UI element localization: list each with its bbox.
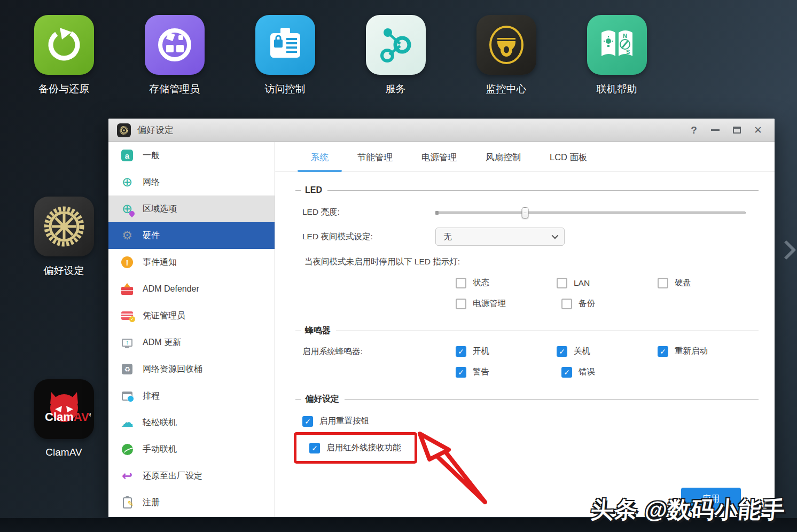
hardware-tabs: 系统 节能管理 电源管理 风扇控制 LCD 面板 bbox=[275, 142, 775, 171]
buzzer-section: 蜂鸣器 启用系统蜂鸣器: 开机 关机 重新启动 bbox=[295, 325, 759, 378]
manual-connect-icon bbox=[120, 442, 134, 456]
checkbox-icon bbox=[561, 367, 572, 378]
app-online-help[interactable]: N S 联机帮助 bbox=[561, 15, 672, 96]
preferences-icon bbox=[34, 197, 94, 256]
buzzer-enable-label: 启用系统蜂鸣器: bbox=[302, 346, 435, 357]
checkbox-enable-reset-button[interactable]: 启用重置按钮 bbox=[302, 416, 759, 427]
backup-restore-icon bbox=[34, 15, 94, 75]
app-storage-manager[interactable]: 存储管理员 bbox=[119, 15, 230, 96]
network-recycle-bin-icon: ♻ bbox=[120, 362, 134, 376]
app-label: 偏好设定 bbox=[44, 264, 84, 278]
checkbox-led-status[interactable]: 状态 bbox=[456, 277, 557, 288]
tab-fan-control[interactable]: 风扇控制 bbox=[471, 152, 535, 171]
hardware-icon: ⚙ bbox=[120, 229, 134, 242]
minimize-button[interactable] bbox=[707, 122, 723, 138]
preferences-window: 偏好设定 ? ✕ a 一般 ⊕ 网络 ⊕ 区域选项 ⚙ 硬件 bbox=[108, 119, 775, 517]
clamav-icon: ClamAV® bbox=[34, 379, 94, 439]
checkbox-enable-ir-receiver[interactable]: 启用红外线接收功能 bbox=[309, 442, 409, 453]
checkbox-icon bbox=[557, 278, 567, 288]
sidebar-item-network[interactable]: ⊕ 网络 bbox=[108, 169, 275, 195]
led-night-mode-label: LED 夜间模式设定: bbox=[302, 231, 435, 242]
led-night-mode-select[interactable]: 无 bbox=[435, 228, 565, 246]
sidebar-item-factory-default[interactable]: ↩ 还原至出厂设定 bbox=[108, 463, 275, 489]
checkbox-led-backup[interactable]: 备份 bbox=[561, 298, 667, 309]
preferences-section: 偏好设定 启用重置按钮 启用红外线接收功能 bbox=[295, 394, 759, 464]
schedule-icon bbox=[120, 389, 134, 403]
adm-defender-icon bbox=[120, 282, 134, 296]
adm-update-icon: ↑ bbox=[120, 335, 134, 349]
led-section: LED LED 亮度: LED 夜间模式设定: 无 bbox=[295, 185, 759, 309]
app-label: ClamAV bbox=[45, 447, 82, 458]
led-brightness-slider[interactable] bbox=[435, 207, 746, 218]
access-control-icon bbox=[255, 15, 315, 75]
checkbox-led-power[interactable]: 电源管理 bbox=[456, 298, 561, 309]
tab-lcd-panel[interactable]: LCD 面板 bbox=[535, 152, 602, 171]
checkbox-icon bbox=[302, 416, 313, 427]
sidebar-item-ez-connect[interactable]: ☁↑ 轻松联机 bbox=[108, 409, 275, 436]
window-title: 偏好设定 bbox=[137, 124, 681, 136]
help-button[interactable]: ? bbox=[686, 122, 702, 138]
app-label: 备份与还原 bbox=[38, 82, 89, 96]
event-notification-icon: ! bbox=[120, 255, 134, 269]
window-titlebar[interactable]: 偏好设定 ? ✕ bbox=[108, 119, 775, 142]
checkbox-led-lan[interactable]: LAN bbox=[557, 277, 658, 288]
sidebar-item-event-notification[interactable]: ! 事件通知 bbox=[108, 249, 275, 276]
checkbox-icon bbox=[309, 443, 320, 453]
checkbox-buzzer-poweron[interactable]: 开机 bbox=[456, 346, 557, 357]
checkbox-icon bbox=[658, 278, 668, 288]
app-label: 访问控制 bbox=[265, 82, 306, 96]
factory-default-icon: ↩ bbox=[120, 469, 134, 483]
app-surveillance-center[interactable]: 监控中心 bbox=[451, 15, 561, 96]
next-page-arrow[interactable] bbox=[776, 236, 795, 265]
window-gear-icon bbox=[117, 123, 131, 137]
sidebar-item-adm-update[interactable]: ↑ ADM 更新 bbox=[108, 329, 275, 356]
app-label: 存储管理员 bbox=[149, 82, 200, 96]
registration-icon bbox=[120, 496, 134, 510]
svg-text:ClamAV®: ClamAV® bbox=[45, 410, 91, 424]
app-backup-restore[interactable]: 备份与还原 bbox=[9, 15, 119, 96]
tab-system[interactable]: 系统 bbox=[296, 152, 343, 171]
app-preferences[interactable]: 偏好设定 bbox=[9, 197, 119, 278]
checkbox-buzzer-shutdown[interactable]: 关机 bbox=[557, 346, 658, 357]
sidebar-item-regional-options[interactable]: ⊕ 区域选项 bbox=[108, 195, 275, 222]
checkbox-icon bbox=[456, 346, 466, 357]
ez-connect-icon: ☁↑ bbox=[120, 416, 134, 429]
checkbox-icon bbox=[561, 299, 572, 309]
slider-handle[interactable] bbox=[522, 207, 529, 218]
sidebar-item-registration[interactable]: 注册 bbox=[108, 489, 275, 516]
storage-manager-icon bbox=[145, 15, 205, 75]
checkbox-buzzer-restart[interactable]: 重新启动 bbox=[658, 346, 759, 357]
surveillance-center-icon bbox=[476, 15, 536, 75]
sidebar-item-general[interactable]: a 一般 bbox=[108, 142, 275, 169]
app-label: 监控中心 bbox=[486, 82, 527, 96]
hardware-panel: 系统 节能管理 电源管理 风扇控制 LCD 面板 LED LED 亮度: bbox=[275, 142, 775, 517]
sidebar-item-manual-connect[interactable]: 手动联机 bbox=[108, 436, 275, 463]
sidebar-item-schedule[interactable]: 排程 bbox=[108, 382, 275, 409]
preferences-legend: 偏好设定 bbox=[295, 394, 759, 405]
sidebar-item-certificate-manager[interactable]: 凭证管理员 bbox=[108, 302, 275, 329]
checkbox-buzzer-error[interactable]: 错误 bbox=[561, 366, 667, 378]
chevron-down-icon bbox=[552, 232, 559, 239]
app-services[interactable]: 服务 bbox=[340, 15, 451, 96]
checkbox-icon bbox=[658, 346, 668, 357]
app-access-control[interactable]: 访问控制 bbox=[230, 15, 340, 96]
tab-energy-management[interactable]: 节能管理 bbox=[343, 152, 407, 171]
checkbox-icon bbox=[456, 299, 466, 309]
checkbox-led-hdd[interactable]: 硬盘 bbox=[658, 277, 759, 288]
maximize-button[interactable] bbox=[729, 122, 745, 138]
svg-text:N: N bbox=[623, 33, 627, 39]
sidebar-item-hardware[interactable]: ⚙ 硬件 bbox=[108, 222, 275, 249]
slider-start-notch bbox=[435, 211, 439, 215]
sidebar-item-network-recycle-bin[interactable]: ♻ 网络资源回收桶 bbox=[108, 356, 275, 382]
checkbox-buzzer-warning[interactable]: 警告 bbox=[456, 366, 561, 378]
tab-power-management[interactable]: 电源管理 bbox=[407, 152, 471, 171]
checkbox-icon bbox=[557, 346, 567, 357]
network-icon: ⊕ bbox=[120, 175, 134, 189]
general-icon: a bbox=[120, 148, 134, 162]
slider-track[interactable] bbox=[435, 212, 746, 214]
close-button[interactable]: ✕ bbox=[750, 122, 766, 138]
certificate-manager-icon bbox=[120, 309, 134, 323]
app-clamav[interactable]: ClamAV® ClamAV bbox=[9, 379, 119, 458]
checkbox-icon bbox=[456, 278, 466, 288]
sidebar-item-adm-defender[interactable]: ADM Defender bbox=[108, 276, 275, 302]
